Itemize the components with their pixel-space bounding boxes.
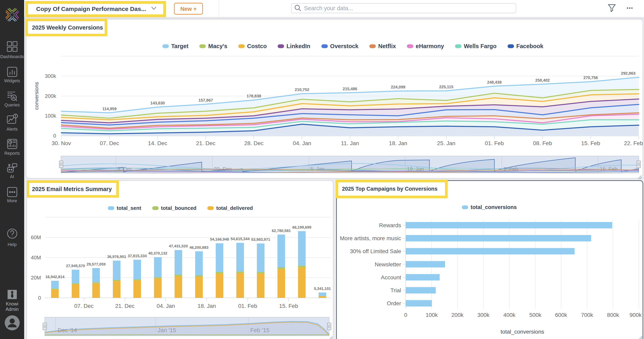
svg-text:248,439: 248,439 [487, 80, 502, 84]
svg-text:0: 0 [53, 133, 56, 139]
svg-text:Account: Account [381, 274, 401, 281]
svg-text:258,402: 258,402 [535, 78, 550, 82]
svg-text:2. Feb: 2. Feb [503, 166, 518, 172]
svg-text:Jan '15: Jan '15 [158, 327, 176, 334]
svg-text:292,863: 292,863 [621, 71, 636, 75]
svg-text:Newsletter: Newsletter [375, 261, 401, 268]
svg-text:28. Dec: 28. Dec [244, 140, 264, 146]
svg-text:More artists, more music: More artists, more music [340, 235, 401, 241]
svg-text:08. Feb: 08. Feb [533, 140, 552, 146]
svg-text:62,780,581: 62,780,581 [272, 229, 291, 233]
svg-text:07. Dec: 07. Dec [74, 303, 94, 309]
svg-text:07. Dec: 07. Dec [100, 140, 119, 146]
svg-text:400k: 400k [503, 312, 516, 318]
svg-text:conversions: conversions [34, 82, 40, 110]
svg-text:36,976,901: 36,976,901 [107, 255, 126, 259]
svg-text:11. Jan: 11. Jan [341, 140, 359, 146]
svg-text:40,370,132: 40,370,132 [148, 251, 167, 255]
svg-text:270,756: 270,756 [584, 75, 598, 80]
svg-text:0: 0 [38, 295, 41, 301]
svg-text:29,577,059: 29,577,059 [86, 262, 106, 266]
svg-text:Rewards: Rewards [379, 222, 401, 228]
svg-text:900k: 900k [630, 312, 642, 318]
svg-text:100k: 100k [45, 113, 56, 119]
svg-text:Dec '14: Dec '14 [58, 327, 77, 334]
svg-text:46,200,883: 46,200,883 [189, 245, 208, 250]
svg-text:15. Feb: 15. Feb [581, 140, 600, 146]
svg-text:19. Jan: 19. Jan [407, 166, 424, 172]
svg-text:157,867: 157,867 [198, 98, 213, 102]
svg-text:16. Feb: 16. Feb [600, 166, 618, 172]
svg-text:8. Dec: 8. Dec [118, 166, 132, 172]
svg-text:5. Jan: 5. Jan [310, 166, 324, 172]
svg-text:800k: 800k [607, 312, 620, 318]
svg-text:Order: Order [387, 300, 401, 307]
svg-text:30. Nov: 30. Nov [52, 140, 71, 146]
svg-text:300k: 300k [478, 312, 490, 318]
svg-text:21. Dec: 21. Dec [196, 140, 216, 146]
svg-text:37,815,334: 37,815,334 [128, 254, 147, 258]
svg-text:100k: 100k [426, 312, 438, 318]
svg-text:25. Jan: 25. Jan [437, 140, 456, 146]
svg-text:53,983,971: 53,983,971 [251, 237, 270, 242]
svg-text:14. Dec: 14. Dec [148, 140, 168, 146]
svg-text:21. Dec: 21. Dec [115, 303, 135, 309]
svg-text:27,945,570: 27,945,570 [66, 264, 85, 268]
svg-text:22. Feb: 22. Feb [624, 140, 643, 146]
svg-text:225,115: 225,115 [439, 85, 453, 89]
svg-text:47,431,520: 47,431,520 [169, 244, 188, 248]
svg-text:54,166,948: 54,166,948 [210, 237, 229, 241]
svg-text:30% off Limited Sale: 30% off Limited Sale [350, 248, 401, 254]
svg-text:200k: 200k [452, 312, 464, 318]
svg-text:04. Jan: 04. Jan [293, 140, 311, 146]
svg-text:224,099: 224,099 [391, 85, 405, 89]
svg-text:0: 0 [404, 312, 407, 318]
svg-text:215,486: 215,486 [343, 87, 357, 91]
svg-text:01. Feb: 01. Feb [238, 303, 257, 309]
svg-text:40M: 40M [31, 255, 41, 261]
svg-text:22. Dec: 22. Dec [214, 166, 232, 172]
svg-text:54,615,344: 54,615,344 [230, 237, 250, 241]
svg-text:143,630: 143,630 [150, 101, 165, 105]
svg-text:15. Feb: 15. Feb [279, 303, 298, 309]
svg-text:18. Jan: 18. Jan [198, 303, 216, 309]
svg-text:5,341,101: 5,341,101 [314, 287, 331, 291]
svg-text:Trial: Trial [390, 287, 401, 294]
svg-text:210,752: 210,752 [295, 87, 309, 92]
svg-text:20M: 20M [31, 275, 41, 281]
svg-text:04. Jan: 04. Jan [156, 303, 175, 309]
svg-text:18. Jan: 18. Jan [389, 140, 407, 146]
svg-text:66,199,699: 66,199,699 [292, 225, 311, 229]
svg-text:300k: 300k [45, 73, 56, 79]
svg-text:60M: 60M [31, 234, 41, 240]
svg-text:700k: 700k [581, 312, 594, 318]
svg-text:16,942,814: 16,942,814 [45, 275, 64, 279]
svg-text:500k: 500k [529, 312, 542, 318]
svg-text:114,959: 114,959 [102, 107, 116, 111]
svg-text:600k: 600k [555, 312, 568, 318]
svg-text:200k: 200k [45, 93, 56, 99]
svg-text:total_conversions: total_conversions [500, 329, 544, 335]
svg-text:Feb '15: Feb '15 [250, 327, 270, 334]
svg-text:178,838: 178,838 [247, 94, 261, 98]
svg-text:01. Feb: 01. Feb [485, 140, 504, 146]
